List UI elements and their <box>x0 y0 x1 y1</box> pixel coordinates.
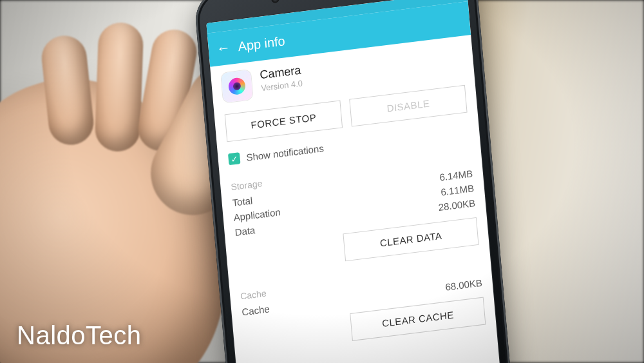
camera-lens-icon <box>228 77 246 95</box>
back-icon[interactable]: ← <box>216 41 231 57</box>
phone-front-camera <box>271 0 279 3</box>
clear-cache-button[interactable]: CLEAR CACHE <box>350 297 486 341</box>
storage-section: Storage Total 6.14MB Application 6.11MB … <box>231 152 479 274</box>
check-icon[interactable]: ✓ <box>228 152 240 165</box>
show-notifications-label: Show notifications <box>246 142 324 163</box>
cache-label: Cache <box>242 303 270 317</box>
phone-screen: ← App info Camera Version 4.0 <box>206 0 503 363</box>
page-title: App info <box>238 34 286 54</box>
storage-data-label: Data <box>234 224 256 238</box>
disable-button: DISABLE <box>349 85 467 127</box>
storage-application-value: 6.11MB <box>440 182 475 197</box>
storage-total-value: 6.14MB <box>439 168 473 182</box>
storage-data-value: 28.00KB <box>438 197 476 213</box>
cache-section: Cache Cache 68.00KB CLEAR CACHE <box>240 262 486 355</box>
storage-total-label: Total <box>232 195 253 208</box>
storage-application-label: Application <box>233 206 281 223</box>
camera-app-icon <box>221 70 253 103</box>
watermark: NaldoTech <box>17 321 142 350</box>
cache-value: 68.00KB <box>445 277 483 293</box>
clear-data-button[interactable]: CLEAR DATA <box>343 217 479 261</box>
force-stop-button[interactable]: FORCE STOP <box>225 100 343 142</box>
phone-device: ← App info Camera Version 4.0 <box>193 0 517 363</box>
